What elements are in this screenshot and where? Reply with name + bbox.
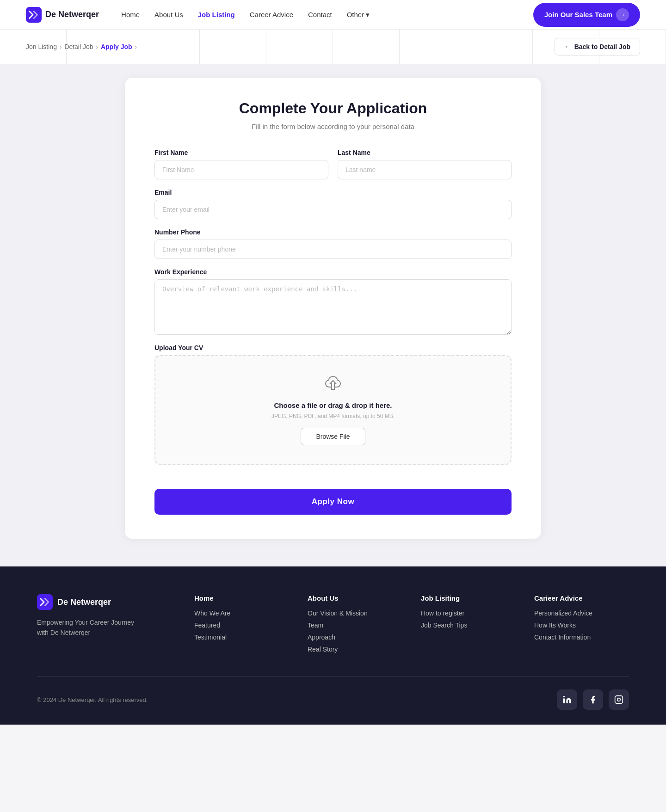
breadcrumb-job-listing[interactable]: Jon Listing xyxy=(26,43,57,50)
email-group: Email xyxy=(154,189,512,219)
upload-dropzone[interactable]: Choose a file or drag & drop it here. JP… xyxy=(154,355,512,465)
svg-point-3 xyxy=(563,696,565,697)
nav-career[interactable]: Career Advice xyxy=(250,11,293,18)
breadcrumb-sep-3: › xyxy=(135,43,137,50)
last-name-input[interactable] xyxy=(338,160,512,179)
apply-now-button[interactable]: Apply Now xyxy=(154,489,512,515)
svg-rect-0 xyxy=(26,7,42,23)
breadcrumb-area: Jon Listing › Detail Job › Apply Job › ←… xyxy=(0,30,666,64)
email-row: Email xyxy=(154,189,512,219)
footer-col-about: About Us Our Vision & Mission Team Appro… xyxy=(308,594,402,658)
browse-file-button[interactable]: Browse File xyxy=(301,428,365,445)
footer-logo-icon xyxy=(37,594,53,610)
footer-col-career-title: Carieer Advice xyxy=(534,594,629,602)
first-name-group: First Name xyxy=(154,149,328,179)
experience-row: Work Experience xyxy=(154,268,512,335)
footer-item-who-we-are[interactable]: Who We Are xyxy=(194,609,289,617)
footer-col-home-title: Home xyxy=(194,594,289,602)
facebook-icon[interactable] xyxy=(583,689,603,710)
back-to-detail-button[interactable]: ← Back to Detail Job xyxy=(555,38,640,55)
footer-item-team[interactable]: Team xyxy=(308,621,402,629)
experience-group: Work Experience xyxy=(154,268,512,335)
footer-item-real-story[interactable]: Real Story xyxy=(308,646,402,653)
last-name-group: Last Name xyxy=(338,149,512,179)
footer-item-approach[interactable]: Approach xyxy=(308,634,402,641)
main-content: Complete Your Application Fill in the fo… xyxy=(0,64,666,566)
nav-other-dropdown[interactable]: Other ▾ xyxy=(347,11,370,19)
cv-row: Upload Your CV Choose a file or drag & d… xyxy=(154,344,512,465)
experience-textarea[interactable] xyxy=(154,279,512,335)
upload-cloud-icon xyxy=(324,375,342,395)
footer-columns: Home Who We Are Featured Testimonial Abo… xyxy=(194,594,629,658)
footer-col-about-title: About Us xyxy=(308,594,402,602)
footer-item-contact-info[interactable]: Contact Information xyxy=(534,634,629,641)
join-sales-button[interactable]: Join Our Sales Team → xyxy=(533,3,640,27)
breadcrumb: Jon Listing › Detail Job › Apply Job › xyxy=(26,43,137,50)
nav-home[interactable]: Home xyxy=(121,11,140,18)
footer-top: De Netwerqer Empowering Your Career Jour… xyxy=(37,594,629,677)
footer-col-jobs: Job Lisiting How to register Job Search … xyxy=(421,594,516,658)
footer-logo: De Netwerqer xyxy=(37,594,166,610)
footer-item-how-register[interactable]: How to register xyxy=(421,609,516,617)
email-input[interactable] xyxy=(154,200,512,219)
nav-other-label: Other xyxy=(347,11,364,18)
last-name-label: Last Name xyxy=(338,149,512,156)
upload-sub-text: JPEG, PNG, PDF, and MP4 formats, up to 5… xyxy=(271,413,395,419)
navbar: De Netwerqer Home About Us Job Listing C… xyxy=(0,0,666,30)
svg-rect-1 xyxy=(37,594,53,610)
footer-col-home: Home Who We Are Featured Testimonial xyxy=(194,594,289,658)
footer-bottom: © 2024 De Netwerqer. All rights reserved… xyxy=(37,677,629,710)
linkedin-icon[interactable] xyxy=(557,689,577,710)
breadcrumb-sep-1: › xyxy=(60,43,62,50)
form-subtitle: Fill in the form below according to your… xyxy=(154,123,512,130)
nav-jobs[interactable]: Job Listing xyxy=(198,11,235,18)
form-title: Complete Your Application xyxy=(154,100,512,117)
instagram-icon[interactable] xyxy=(609,689,629,710)
footer-col-jobs-title: Job Lisiting xyxy=(421,594,516,602)
logo-text: De Netwerqer xyxy=(45,10,99,19)
first-name-input[interactable] xyxy=(154,160,328,179)
nav-about[interactable]: About Us xyxy=(154,11,183,18)
chevron-down-icon: ▾ xyxy=(366,11,370,19)
email-label: Email xyxy=(154,189,512,196)
footer-col-career: Carieer Advice Personalized Advice How I… xyxy=(534,594,629,658)
phone-row: Number Phone xyxy=(154,228,512,259)
footer-item-how-works[interactable]: How Its Works xyxy=(534,621,629,629)
breadcrumb-sep-2: › xyxy=(96,43,98,50)
footer-tagline: Empowering Your Career Journey with De N… xyxy=(37,617,139,638)
arrow-right-icon: → xyxy=(616,8,629,21)
upload-main-text: Choose a file or drag & drop it here. xyxy=(274,401,392,409)
nav-links: Home About Us Job Listing Career Advice … xyxy=(121,11,533,19)
footer-copyright: © 2024 De Netwerqer. All rights reserved… xyxy=(37,696,148,703)
footer-item-job-search-tips[interactable]: Job Search Tips xyxy=(421,621,516,629)
footer-item-featured[interactable]: Featured xyxy=(194,621,289,629)
first-name-label: First Name xyxy=(154,149,328,156)
nav-contact[interactable]: Contact xyxy=(308,11,332,18)
svg-rect-2 xyxy=(563,699,565,703)
footer-item-personalized[interactable]: Personalized Advice xyxy=(534,609,629,617)
name-row: First Name Last Name xyxy=(154,149,512,179)
footer-logo-text: De Netwerqer xyxy=(57,597,111,607)
cv-label: Upload Your CV xyxy=(154,344,512,351)
phone-input[interactable] xyxy=(154,240,512,259)
phone-group: Number Phone xyxy=(154,228,512,259)
breadcrumb-apply-job: Apply Job xyxy=(101,43,132,50)
social-icons-group xyxy=(557,689,629,710)
footer: De Netwerqer Empowering Your Career Jour… xyxy=(0,566,666,725)
experience-label: Work Experience xyxy=(154,268,512,276)
logo[interactable]: De Netwerqer xyxy=(26,7,99,23)
footer-item-vision[interactable]: Our Vision & Mission xyxy=(308,609,402,617)
phone-label: Number Phone xyxy=(154,228,512,236)
breadcrumb-detail-job[interactable]: Detail Job xyxy=(64,43,93,50)
logo-icon xyxy=(26,7,42,23)
arrow-left-icon: ← xyxy=(564,43,571,50)
svg-rect-4 xyxy=(615,696,623,704)
application-form-card: Complete Your Application Fill in the fo… xyxy=(125,78,541,539)
footer-item-testimonial[interactable]: Testimonial xyxy=(194,634,289,641)
footer-brand: De Netwerqer Empowering Your Career Jour… xyxy=(37,594,166,658)
cv-group: Upload Your CV Choose a file or drag & d… xyxy=(154,344,512,465)
